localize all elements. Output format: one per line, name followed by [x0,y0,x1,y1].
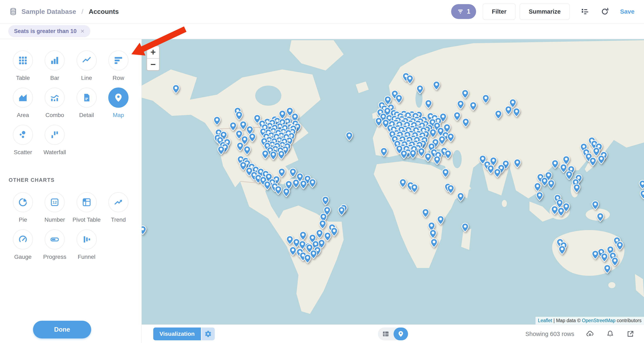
chart-type-trend[interactable]: Trend [102,192,134,223]
map-pin[interactable] [512,108,521,117]
map-pin[interactable] [557,207,565,217]
map-pin[interactable] [433,155,441,165]
map-pin[interactable] [424,99,432,109]
chart-type-waterfall[interactable]: Waterfall [39,125,70,156]
map-pin[interactable] [453,112,461,121]
chart-type-number[interactable]: 12Number [39,192,70,223]
map-pin[interactable] [322,196,330,206]
map-pin[interactable] [616,241,624,251]
map-pin[interactable] [547,180,555,189]
map-pin[interactable] [591,201,600,210]
save-button[interactable]: Save [620,8,634,15]
map-pin[interactable] [611,257,619,266]
chart-type-bar[interactable]: Bar [39,50,70,81]
map-pin[interactable] [442,168,450,178]
map-pin[interactable] [534,182,542,192]
notebook-icon[interactable] [580,7,590,16]
summarize-button[interactable]: Summarize [520,3,570,20]
map-pin[interactable] [299,180,308,189]
map-pin[interactable] [248,133,256,142]
map-pin[interactable] [395,94,403,104]
filter-button[interactable]: Filter [483,3,516,20]
map-pin[interactable] [430,238,438,248]
map-pin[interactable] [494,110,502,120]
map-pin[interactable] [409,149,417,159]
map-pin[interactable] [462,118,470,128]
map-pin[interactable] [263,181,272,190]
map-pin[interactable] [456,192,465,202]
map-pin[interactable] [399,178,407,188]
chart-type-progress[interactable]: Progress [39,229,70,260]
map-pin[interactable] [142,225,147,235]
map-pin[interactable] [461,89,469,99]
chart-type-detail[interactable]: Detail [71,88,102,118]
chart-type-funnel[interactable]: Funnel [71,229,102,260]
map-pin[interactable] [338,206,346,216]
chart-type-row[interactable]: Row [102,50,134,81]
map-pin[interactable] [416,85,424,95]
map-pin[interactable] [597,155,606,165]
chart-type-map[interactable]: Map [102,88,134,118]
map-pin[interactable] [469,101,477,111]
map-pin[interactable] [304,254,312,263]
map-pin[interactable] [217,146,225,155]
map-pin[interactable] [269,151,278,160]
bell-icon[interactable] [606,329,615,338]
chart-type-pie[interactable]: Pie [7,192,39,223]
refresh-icon[interactable] [600,7,609,16]
map-pin[interactable] [406,75,414,84]
map-pin[interactable] [558,245,566,255]
leaflet-link[interactable]: Leaflet [538,318,552,323]
map-pin[interactable] [432,81,440,90]
map-view-toggle[interactable] [394,327,408,340]
map-pin[interactable] [172,84,180,94]
map-pin[interactable] [282,188,290,197]
chart-type-table[interactable]: Table [7,50,39,81]
map-pin[interactable] [345,131,353,141]
map-pin[interactable] [316,229,324,239]
map-pin[interactable] [292,179,300,189]
map-pin[interactable] [482,94,490,104]
zoom-in-button[interactable]: + [147,46,159,58]
map-pin[interactable] [261,150,270,160]
chart-type-scatter[interactable]: Scatter [7,125,39,156]
map-pin[interactable] [596,213,604,222]
map-pin[interactable] [380,147,388,157]
map-pin[interactable] [600,253,608,262]
map-pin[interactable] [461,223,469,233]
map-pin[interactable] [589,157,597,167]
map-pin[interactable] [591,250,600,260]
done-button[interactable]: Done [33,321,91,338]
map-pin[interactable] [274,186,282,195]
chart-type-pivot-table[interactable]: Pivot Table [71,192,102,223]
map-pin[interactable] [277,150,286,160]
zoom-out-button[interactable]: − [147,58,159,70]
close-icon[interactable]: ✕ [80,28,84,34]
map-pin[interactable] [603,264,612,274]
map-pin[interactable] [513,159,522,168]
map-pin[interactable] [429,229,437,239]
map-pin[interactable] [424,153,432,162]
breadcrumb-database[interactable]: Sample Database [22,8,76,16]
chart-type-combo[interactable]: Combo [39,88,70,118]
map-pin[interactable] [400,150,408,160]
map-pin[interactable] [243,146,251,155]
chart-type-area[interactable]: Area [7,88,39,118]
map-pin[interactable] [446,133,455,142]
visualization-button[interactable]: Visualization [153,327,201,340]
map-pin[interactable] [640,190,644,199]
table-view-toggle[interactable] [378,327,394,340]
map-pin[interactable] [429,128,437,138]
map-pin[interactable] [444,150,452,160]
map-pin[interactable] [493,168,502,178]
map-pin[interactable] [536,192,544,201]
map-pin[interactable] [213,116,221,126]
map-pin[interactable] [318,220,327,229]
openstreetmap-link[interactable]: OpenStreetMap [582,318,615,323]
map-pin[interactable] [504,106,512,115]
map-pin[interactable] [638,180,644,189]
map-pin[interactable] [456,100,465,110]
map-pin[interactable] [308,178,317,188]
map-pin[interactable] [573,183,581,193]
chart-type-gauge[interactable]: Gauge [7,229,39,260]
